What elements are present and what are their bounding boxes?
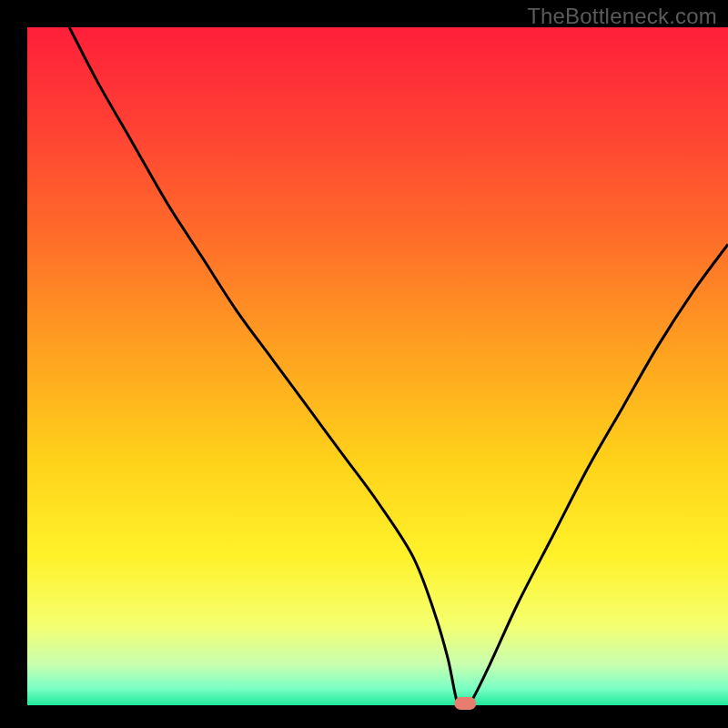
bottleneck-chart: [0, 0, 728, 728]
chart-frame: { "watermark": "TheBottleneck.com", "cha…: [0, 0, 728, 728]
optimal-marker: [454, 697, 476, 710]
plot-background: [27, 27, 728, 705]
